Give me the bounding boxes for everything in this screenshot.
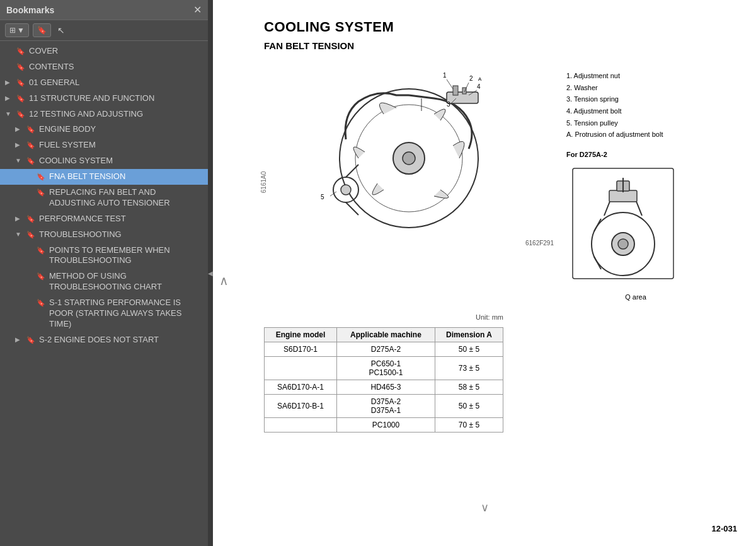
sidebar-item-cooling-system[interactable]: ▼🔖COOLING SYSTEM	[0, 153, 208, 169]
expand-icon-11-structure[interactable]: ▶	[5, 93, 15, 102]
table-header-cell: Dimension A	[435, 328, 503, 342]
d275-diagram	[566, 162, 680, 288]
table-cell: 58 ± 5	[435, 380, 503, 395]
expand-icon-cooling-system[interactable]: ▼	[15, 156, 25, 165]
page-subtitle: FAN BELT TENSION	[264, 40, 705, 51]
svg-text:1: 1	[443, 72, 447, 79]
svg-point-26	[618, 239, 628, 249]
sidebar-item-troubleshooting[interactable]: ▼🔖TROUBLESHOOTING	[0, 227, 208, 243]
bookmark-icon: 🔖	[37, 26, 47, 35]
table-cell: PC650-1 PC1500-1	[337, 357, 435, 380]
bookmark-icon-12-testing: 🔖	[16, 109, 25, 119]
table-cell: PC1000	[337, 418, 435, 433]
expand-icon-engine-body[interactable]: ▶	[15, 124, 25, 133]
sidebar-item-engine-body[interactable]: ▶🔖ENGINE BODY	[0, 122, 208, 137]
sidebar-item-fuel-system[interactable]: ▶🔖FUEL SYSTEM	[0, 137, 208, 153]
cursor-icon: ↖	[57, 25, 65, 35]
expand-icon-12-testing[interactable]: ▼	[5, 109, 15, 118]
main-diagram: 6161A0	[264, 64, 554, 301]
bookmark-icon-method-using: 🔖	[37, 271, 45, 281]
sidebar-title: Bookmarks	[6, 5, 54, 15]
bookmark-icon-cooling-system: 🔖	[26, 156, 35, 165]
bookmark-icon-engine-body: 🔖	[26, 124, 35, 134]
table-cell: 70 ± 5	[435, 418, 503, 433]
bookmark-icon-fan-belt-tension: 🔖	[37, 171, 45, 181]
expand-icon-fuel-system[interactable]: ▶	[15, 140, 25, 149]
fig-label-1: 6162F291	[264, 240, 554, 247]
bookmark-icon-s2-engine: 🔖	[26, 335, 35, 344]
table-row: PC100070 ± 5	[265, 418, 503, 433]
table-row: SA6D170-A-1HD465-358 ± 5	[265, 380, 503, 395]
page-title: COOLING SYSTEM	[264, 19, 705, 35]
table-section: Unit: mm Engine modelApplicable machineD…	[264, 313, 705, 433]
sidebar-label-cooling-system: COOLING SYSTEM	[39, 156, 203, 166]
sidebar-label-s2-engine: S-2 ENGINE DOES NOT START	[39, 335, 203, 346]
svg-text:A: A	[478, 76, 482, 82]
data-table: Engine modelApplicable machineDimension …	[264, 327, 503, 433]
page-number: 12-031	[712, 524, 737, 533]
table-cell	[265, 357, 337, 380]
svg-line-10	[447, 79, 453, 89]
sidebar-item-cover[interactable]: ▶🔖COVER	[0, 44, 208, 59]
svg-rect-7	[453, 86, 458, 95]
bookmark-icon-points-to-remember: 🔖	[37, 245, 45, 255]
svg-text:4: 4	[477, 83, 481, 90]
sidebar-item-11-structure[interactable]: ▶🔖11 STRUCTURE AND FUNCTION	[0, 91, 208, 107]
svg-line-31	[594, 257, 601, 269]
bookmark-icon-cover: 🔖	[16, 46, 25, 55]
page-nav-down-button[interactable]: ∨	[481, 501, 489, 514]
bookmark-button[interactable]: 🔖	[33, 23, 51, 37]
sidebar-item-performance-test[interactable]: ▶🔖PERFORMANCE TEST	[0, 211, 208, 227]
grid-icon: ⊞	[9, 26, 16, 35]
sidebar-item-replacing-fan-belt[interactable]: ▶🔖REPLACING FAN BELT AND ADJUSTING AUTO …	[0, 185, 208, 211]
resize-handle[interactable]: ◀	[208, 0, 213, 546]
sidebar-label-performance-test: PERFORMANCE TEST	[39, 214, 203, 224]
table-body: S6D170-1D275A-250 ± 5PC650-1 PC1500-173 …	[265, 342, 503, 433]
sidebar-label-method-using: METHOD OF USING TROUBLESHOOTING CHART	[49, 271, 203, 293]
table-cell: 50 ± 5	[435, 342, 503, 357]
page-nav-up-button[interactable]: ∧	[219, 273, 229, 288]
sidebar-close-button[interactable]: ✕	[193, 4, 202, 16]
sidebar-label-cover: COVER	[29, 46, 203, 57]
sidebar-toolbar: ⊞ ▼ 🔖 ↖	[0, 20, 208, 41]
bookmark-icon-contents: 🔖	[16, 62, 25, 71]
page-content: COOLING SYSTEM FAN BELT TENSION 6161A0	[264, 19, 705, 433]
sidebar-item-s1-starting[interactable]: ▶🔖S-1 STARTING PERFORMANCE IS POOR (STAR…	[0, 295, 208, 332]
svg-point-5	[341, 185, 351, 195]
sidebar-label-replacing-fan-belt: REPLACING FAN BELT AND ADJUSTING AUTO TE…	[49, 187, 203, 209]
table-cell: S6D170-1	[265, 342, 337, 357]
svg-text:2: 2	[469, 75, 473, 82]
legend-list: 1. Adjustment nut2. Washer3. Tension spr…	[566, 70, 705, 141]
table-cell: 73 ± 5	[435, 357, 503, 380]
bookmark-icon-performance-test: 🔖	[26, 214, 35, 223]
sidebar: Bookmarks ✕ ⊞ ▼ 🔖 ↖ ▶🔖COVER▶🔖CONTENTS▶🔖0…	[0, 0, 208, 546]
sidebar-item-contents[interactable]: ▶🔖CONTENTS	[0, 59, 208, 75]
bookmark-icon-troubleshooting: 🔖	[26, 229, 35, 239]
sidebar-label-troubleshooting: TROUBLESHOOTING	[39, 229, 203, 240]
bookmark-icon-replacing-fan-belt: 🔖	[37, 187, 45, 197]
q-area-label: Q area	[566, 293, 705, 301]
sidebar-item-s2-engine[interactable]: ▶🔖S-2 ENGINE DOES NOT START	[0, 332, 208, 348]
expand-icon-s2-engine[interactable]: ▶	[15, 335, 25, 344]
sidebar-item-points-to-remember[interactable]: ▶🔖POINTS TO REMEMBER WHEN TROUBLESHOOTIN…	[0, 243, 208, 269]
table-cell: D375A-2 D375A-1	[337, 395, 435, 418]
expand-icon-01-general[interactable]: ▶	[5, 78, 15, 86]
legend-item: 4. Adjustment bolt	[566, 105, 705, 117]
expand-icon-troubleshooting[interactable]: ▼	[15, 229, 25, 238]
legend-item: 5. Tension pulley	[566, 117, 705, 129]
sidebar-item-12-testing[interactable]: ▼🔖12 TESTING AND ADJUSTING	[0, 107, 208, 122]
sidebar-item-fan-belt-tension[interactable]: ▶🔖FNA BELT TENSION	[0, 169, 208, 185]
expand-icon-performance-test[interactable]: ▶	[15, 214, 25, 223]
d275-section: For D275A-2	[566, 151, 705, 301]
table-row: SA6D170-B-1D375A-2 D375A-150 ± 5	[265, 395, 503, 418]
d275-label: For D275A-2	[566, 151, 705, 158]
sidebar-label-fuel-system: FUEL SYSTEM	[39, 140, 203, 151]
grid-view-button[interactable]: ⊞ ▼	[5, 23, 29, 37]
sidebar-item-01-general[interactable]: ▶🔖01 GENERAL	[0, 75, 208, 91]
main-content: ∧ COOLING SYSTEM FAN BELT TENSION 6161A0	[213, 0, 756, 546]
sidebar-label-11-structure: 11 STRUCTURE AND FUNCTION	[29, 93, 203, 104]
table-cell	[265, 418, 337, 433]
sidebar-item-method-using[interactable]: ▶🔖METHOD OF USING TROUBLESHOOTING CHART	[0, 269, 208, 295]
diagram-area: 6161A0	[264, 64, 705, 301]
svg-rect-8	[462, 88, 466, 94]
